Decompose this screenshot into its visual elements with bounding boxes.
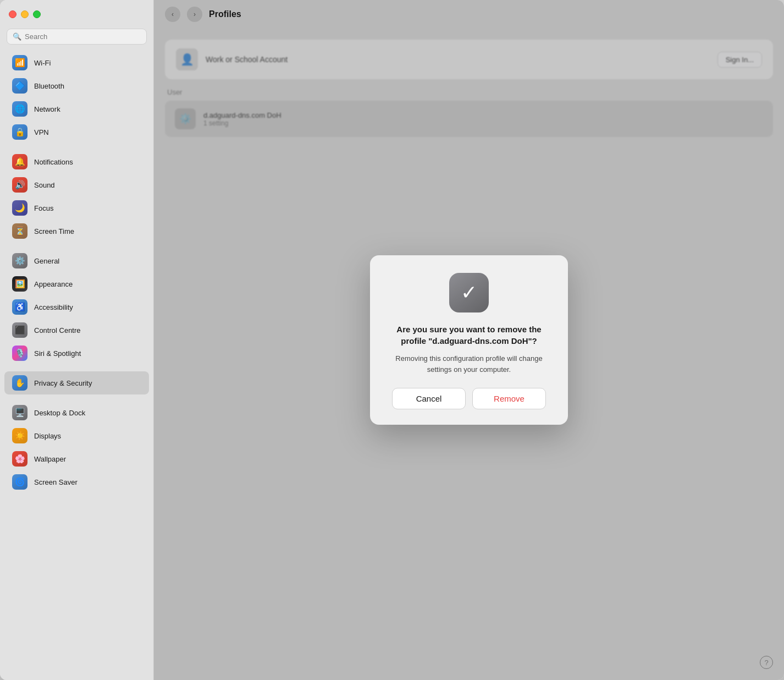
close-button[interactable] — [9, 10, 16, 18]
sidebar-item-controlcentre[interactable]: ⬛Control Centre — [4, 319, 149, 342]
sidebar-item-label-general: General — [34, 257, 59, 265]
minimize-button[interactable] — [21, 10, 29, 18]
cancel-button[interactable]: Cancel — [392, 388, 466, 409]
sidebar-item-label-displays: Displays — [34, 432, 61, 440]
sidebar-item-bluetooth[interactable]: 🔷Bluetooth — [4, 74, 149, 97]
sidebar-item-notifications[interactable]: 🔔Notifications — [4, 150, 149, 173]
sidebar-item-label-network: Network — [34, 105, 60, 113]
bluetooth-icon: 🔷 — [12, 78, 27, 94]
sidebar-item-vpn[interactable]: 🔒VPN — [4, 120, 149, 144]
search-icon: 🔍 — [13, 32, 21, 41]
sidebar-item-wifi[interactable]: 📶Wi-Fi — [4, 51, 149, 74]
vpn-icon: 🔒 — [12, 124, 27, 140]
network-icon: 🌐 — [12, 101, 27, 117]
confirm-dialog: ✓ Are you sure you want to remove the pr… — [370, 255, 568, 425]
app-window: 🔍 📶Wi-Fi🔷Bluetooth🌐Network🔒VPN🔔Notificat… — [0, 0, 784, 680]
sidebar-item-screensaver[interactable]: 🌀Screen Saver — [4, 470, 149, 493]
sidebar-item-wallpaper[interactable]: 🌸Wallpaper — [4, 447, 149, 470]
sidebar-separator — [0, 144, 153, 150]
modal-title: Are you sure you want to remove the prof… — [392, 323, 546, 347]
sidebar-item-label-siri: Siri & Spotlight — [34, 349, 81, 358]
sidebar-item-siri[interactable]: 🎙️Siri & Spotlight — [4, 342, 149, 365]
sidebar-item-appearance[interactable]: 🖼️Appearance — [4, 272, 149, 295]
general-icon: ⚙️ — [12, 253, 27, 268]
sidebar-item-label-appearance: Appearance — [34, 280, 73, 288]
sidebar-separator — [0, 394, 153, 401]
sidebar-item-desktop[interactable]: 🖥️Desktop & Dock — [4, 401, 149, 424]
sound-icon: 🔊 — [12, 177, 27, 193]
titlebar — [0, 0, 153, 29]
search-input[interactable] — [25, 32, 141, 41]
focus-icon: 🌙 — [12, 200, 27, 216]
controlcentre-icon: ⬛ — [12, 322, 27, 338]
sidebar-item-sound[interactable]: 🔊Sound — [4, 173, 149, 196]
desktop-icon: 🖥️ — [12, 405, 27, 420]
sidebar-item-privacy[interactable]: ✋Privacy & Security — [4, 371, 149, 394]
search-bar[interactable]: 🔍 — [7, 29, 147, 45]
screentime-icon: ⏳ — [12, 223, 27, 239]
sidebar-item-label-screensaver: Screen Saver — [34, 478, 78, 486]
sidebar-item-label-screentime: Screen Time — [34, 227, 74, 235]
modal-icon-wrap: ✓ — [449, 273, 489, 312]
sidebar-item-displays[interactable]: ☀️Displays — [4, 424, 149, 447]
screensaver-icon: 🌀 — [12, 474, 27, 490]
privacy-icon: ✋ — [12, 375, 27, 391]
checkmark-icon: ✓ — [461, 281, 477, 304]
wallpaper-icon: 🌸 — [12, 451, 27, 467]
sidebar-item-label-accessibility: Accessibility — [34, 303, 73, 311]
wifi-icon: 📶 — [12, 55, 27, 70]
displays-icon: ☀️ — [12, 428, 27, 443]
sidebar-item-focus[interactable]: 🌙Focus — [4, 196, 149, 220]
sidebar-item-label-bluetooth: Bluetooth — [34, 82, 64, 90]
sidebar-separator — [0, 243, 153, 249]
sidebar: 🔍 📶Wi-Fi🔷Bluetooth🌐Network🔒VPN🔔Notificat… — [0, 0, 154, 680]
sidebar-item-label-controlcentre: Control Centre — [34, 326, 81, 334]
sidebar-item-label-wallpaper: Wallpaper — [34, 455, 66, 463]
remove-button[interactable]: Remove — [472, 388, 546, 409]
sidebar-item-general[interactable]: ⚙️General — [4, 249, 149, 272]
sidebar-item-label-notifications: Notifications — [34, 158, 73, 166]
sidebar-item-label-focus: Focus — [34, 204, 53, 212]
sidebar-item-network[interactable]: 🌐Network — [4, 97, 149, 120]
sidebar-separator — [0, 365, 153, 371]
modal-overlay: ✓ Are you sure you want to remove the pr… — [154, 0, 784, 680]
sidebar-item-label-wifi: Wi-Fi — [34, 59, 51, 67]
modal-subtitle: Removing this configuration profile will… — [392, 353, 546, 375]
sidebar-item-label-vpn: VPN — [34, 128, 49, 136]
accessibility-icon: ♿ — [12, 299, 27, 315]
main-content: ‹ › Profiles 👤 Work or School Account Si… — [154, 0, 784, 680]
sidebar-item-screentime[interactable]: ⏳Screen Time — [4, 220, 149, 243]
notifications-icon: 🔔 — [12, 154, 27, 169]
siri-icon: 🎙️ — [12, 346, 27, 361]
sidebar-item-label-desktop: Desktop & Dock — [34, 409, 85, 417]
maximize-button[interactable] — [33, 10, 41, 18]
sidebar-item-label-privacy: Privacy & Security — [34, 379, 92, 387]
appearance-icon: 🖼️ — [12, 276, 27, 292]
modal-buttons: Cancel Remove — [392, 388, 546, 409]
sidebar-item-label-sound: Sound — [34, 181, 55, 189]
sidebar-item-accessibility[interactable]: ♿Accessibility — [4, 295, 149, 319]
